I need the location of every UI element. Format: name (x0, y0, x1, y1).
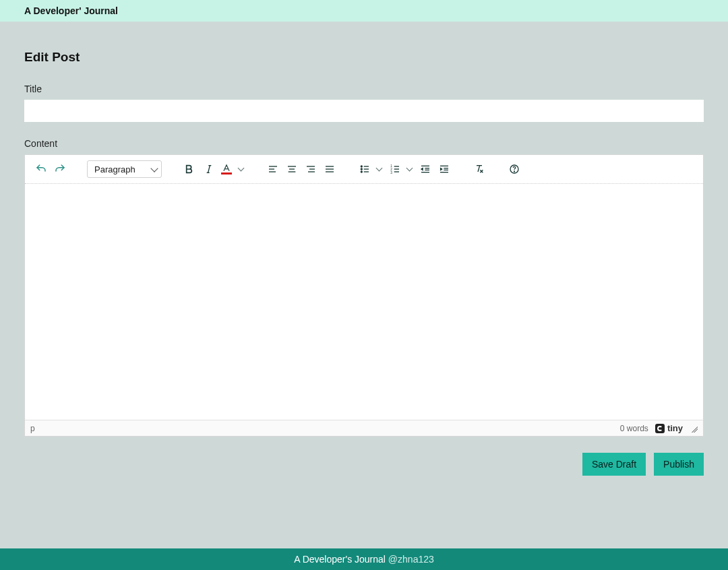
bold-icon[interactable] (181, 161, 197, 177)
clear-formatting-icon[interactable] (471, 161, 487, 177)
form-actions: Save Draft Publish (24, 453, 704, 476)
word-count[interactable]: 0 words (620, 424, 648, 433)
align-justify-icon[interactable] (322, 161, 338, 177)
text-color-chevron-icon[interactable] (237, 165, 244, 172)
bullet-list-chevron-icon[interactable] (375, 165, 382, 172)
site-header: A Developer' Journal (0, 0, 728, 22)
editor-toolbar: Paragraph (25, 155, 703, 184)
svg-point-17 (361, 168, 362, 170)
site-footer: A Developer's Journal @zhna123 (0, 548, 728, 570)
align-right-icon[interactable] (303, 161, 319, 177)
resize-handle-icon[interactable] (690, 424, 698, 433)
svg-line-2 (208, 166, 210, 173)
footer-handle[interactable]: @zhna123 (388, 554, 434, 565)
numbered-list-icon[interactable]: 123 (387, 161, 403, 177)
title-input[interactable] (24, 100, 704, 122)
element-path[interactable]: p (30, 424, 35, 433)
help-icon[interactable] (506, 161, 522, 177)
blocks-selected: Paragraph (94, 164, 135, 175)
tiny-badge-icon (655, 424, 665, 433)
italic-icon[interactable] (200, 161, 216, 177)
redo-icon[interactable] (52, 161, 68, 177)
indent-icon[interactable] (436, 161, 452, 177)
svg-text:3: 3 (390, 171, 392, 175)
align-center-icon[interactable] (284, 161, 300, 177)
save-draft-button[interactable]: Save Draft (582, 453, 646, 476)
footer-text: A Developer's Journal (294, 554, 388, 565)
outdent-icon[interactable] (417, 161, 433, 177)
blocks-dropdown[interactable]: Paragraph (87, 160, 162, 178)
svg-point-39 (514, 171, 514, 172)
svg-point-16 (361, 166, 362, 167)
main-content: Edit Post Title Content Paragraph (0, 22, 728, 548)
publish-button[interactable]: Publish (654, 453, 704, 476)
content-label: Content (24, 138, 704, 149)
forecolor-swatch (221, 172, 232, 175)
rich-text-editor: Paragraph (24, 154, 704, 437)
numbered-list-chevron-icon[interactable] (406, 165, 413, 172)
bullet-list-icon[interactable] (357, 161, 373, 177)
editor-content-area[interactable] (25, 184, 703, 420)
page-title: Edit Post (24, 50, 704, 65)
align-left-icon[interactable] (265, 161, 281, 177)
editor-statusbar: p 0 words tiny (25, 420, 703, 436)
text-color-icon[interactable] (218, 161, 235, 177)
undo-icon[interactable] (33, 161, 49, 177)
chevron-down-icon (150, 164, 158, 172)
site-title[interactable]: A Developer' Journal (24, 5, 118, 16)
title-label: Title (24, 84, 704, 94)
svg-point-18 (361, 171, 362, 172)
tiny-logo[interactable]: tiny (655, 423, 683, 433)
